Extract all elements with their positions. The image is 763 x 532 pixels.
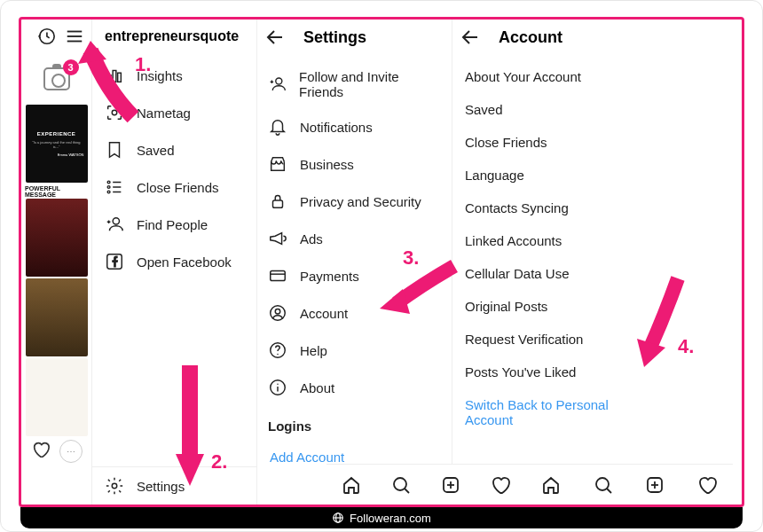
bottom-nav-settings xyxy=(326,464,525,505)
account-title: Account xyxy=(499,28,562,47)
activity-icon[interactable] xyxy=(36,27,56,46)
feed-post[interactable] xyxy=(26,199,88,277)
logins-section-header: Logins xyxy=(257,406,452,441)
drawer-item-nametag[interactable]: Nametag xyxy=(92,94,256,131)
svg-point-26 xyxy=(275,309,280,314)
account-item-request-verification[interactable]: Request Verification xyxy=(452,323,648,356)
drawer-item-saved[interactable]: Saved xyxy=(92,131,256,168)
svg-point-10 xyxy=(107,186,110,189)
switch-personal-link[interactable]: Switch Back to Personal Account xyxy=(452,388,648,436)
search-icon[interactable] xyxy=(593,474,614,496)
facebook-icon xyxy=(105,252,124,271)
settings-item-ads[interactable]: Ads xyxy=(257,220,452,257)
feed-post[interactable] xyxy=(26,358,88,436)
svg-rect-3 xyxy=(67,41,83,43)
settings-item-notifications[interactable]: Notifications xyxy=(257,108,452,145)
svg-point-19 xyxy=(276,78,282,84)
insights-icon xyxy=(105,66,124,85)
gear-icon xyxy=(105,476,124,496)
account-item-about-your-account[interactable]: About Your Account xyxy=(452,60,648,93)
create-icon[interactable] xyxy=(440,474,461,496)
svg-point-28 xyxy=(277,354,278,355)
account-item-posts-liked[interactable]: Posts You've Liked xyxy=(452,356,648,388)
settings-item-payments[interactable]: Payments xyxy=(257,257,452,294)
bell-icon xyxy=(268,117,287,137)
svg-line-38 xyxy=(607,489,611,493)
side-drawer: entrepreneursquote Insights Nametag Save… xyxy=(92,20,257,505)
nametag-icon xyxy=(105,103,124,122)
help-icon xyxy=(268,340,287,360)
drawer-item-open-facebook[interactable]: Open Facebook xyxy=(92,243,256,280)
globe-icon xyxy=(332,512,344,524)
drawer-item-insights[interactable]: Insights xyxy=(92,57,256,94)
back-icon[interactable] xyxy=(264,27,286,48)
settings-item-business[interactable]: Business xyxy=(257,145,452,183)
bookmark-icon xyxy=(105,140,124,160)
step-4-label: 4. xyxy=(678,335,694,358)
add-person-icon xyxy=(105,215,124,234)
settings-item-account[interactable]: Account xyxy=(257,294,452,332)
search-icon[interactable] xyxy=(390,474,412,496)
settings-item-help[interactable]: Help xyxy=(257,332,452,369)
back-icon[interactable] xyxy=(460,27,481,48)
account-item-cellular-data[interactable]: Cellular Data Use xyxy=(452,257,648,290)
settings-item-privacy[interactable]: Privacy and Security xyxy=(257,183,452,220)
card-icon xyxy=(268,266,287,286)
drawer-item-close-friends[interactable]: Close Friends xyxy=(92,168,256,206)
lock-icon xyxy=(268,192,287,211)
hamburger-menu-icon[interactable] xyxy=(65,27,84,46)
drawer-item-find-people[interactable]: Find People xyxy=(92,206,256,243)
feed-post[interactable]: EXPERIENCE“Is a journey and the real thi… xyxy=(26,105,88,183)
home-icon[interactable] xyxy=(341,474,362,496)
drawer-item-settings[interactable]: Settings xyxy=(92,466,256,505)
profile-feed-strip: 3 EXPERIENCE“Is a journey and the real t… xyxy=(21,20,92,505)
svg-point-12 xyxy=(107,191,110,193)
svg-rect-22 xyxy=(273,200,283,207)
svg-rect-5 xyxy=(113,71,116,82)
list-icon xyxy=(105,177,124,197)
account-item-saved[interactable]: Saved xyxy=(452,93,648,126)
person-circle-icon xyxy=(268,303,287,323)
home-icon[interactable] xyxy=(540,474,562,496)
megaphone-icon xyxy=(268,229,287,248)
svg-point-37 xyxy=(596,478,609,490)
account-item-close-friends[interactable]: Close Friends xyxy=(452,126,648,159)
credit-footer: Followeran.com xyxy=(20,507,743,528)
account-item-language[interactable]: Language xyxy=(452,159,648,192)
feed-post[interactable] xyxy=(26,278,88,356)
info-icon xyxy=(268,378,287,397)
svg-rect-23 xyxy=(271,271,286,281)
account-panel: Account About Your Account Saved Close F… xyxy=(452,20,648,505)
settings-item-follow-invite[interactable]: Follow and Invite Friends xyxy=(257,60,452,108)
svg-point-18 xyxy=(112,483,117,489)
account-item-linked-accounts[interactable]: Linked Accounts xyxy=(452,224,648,257)
svg-rect-1 xyxy=(67,31,83,33)
svg-point-8 xyxy=(107,181,110,184)
bottom-nav-account xyxy=(525,464,733,505)
notification-badge: 3 xyxy=(63,59,79,75)
camera-button[interactable]: 3 xyxy=(43,67,70,90)
account-item-contacts-syncing[interactable]: Contacts Syncing xyxy=(452,192,648,224)
add-person-icon xyxy=(268,74,287,94)
drawer-username: entrepreneursquote xyxy=(92,20,256,57)
svg-line-33 xyxy=(405,489,409,493)
svg-point-32 xyxy=(394,478,406,490)
svg-rect-2 xyxy=(67,35,83,37)
svg-point-7 xyxy=(112,110,117,115)
svg-point-31 xyxy=(277,384,278,385)
settings-panel: Settings Follow and Invite Friends Notif… xyxy=(257,20,452,505)
comment-icon[interactable]: ⋯ xyxy=(59,440,83,463)
svg-rect-4 xyxy=(108,75,112,82)
settings-item-about[interactable]: About xyxy=(257,369,452,406)
svg-point-14 xyxy=(113,218,119,224)
create-icon[interactable] xyxy=(644,474,665,496)
storefront-icon xyxy=(268,154,287,174)
activity-heart-icon[interactable] xyxy=(696,474,718,496)
svg-rect-6 xyxy=(118,73,122,82)
like-icon[interactable] xyxy=(31,440,51,459)
activity-heart-icon[interactable] xyxy=(490,474,511,496)
settings-title: Settings xyxy=(303,28,366,47)
account-item-original-posts[interactable]: Original Posts xyxy=(452,290,648,323)
